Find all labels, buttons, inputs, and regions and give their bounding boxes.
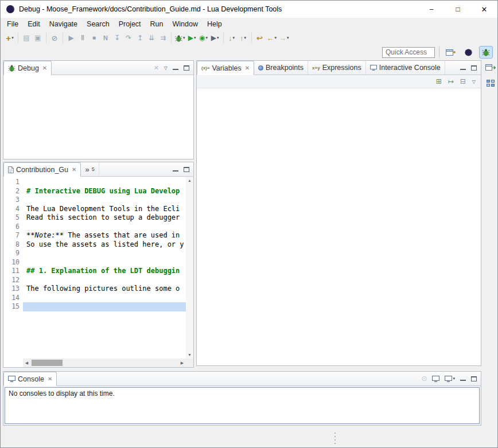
- open-perspective-icon[interactable]: [443, 46, 457, 59]
- minimize-view-icon[interactable]: [460, 376, 466, 381]
- step-into-icon[interactable]: ↧: [111, 32, 123, 44]
- menu-navigate[interactable]: Navigate: [45, 18, 82, 30]
- toolbar-separator: [171, 33, 172, 43]
- vertical-scrollbar[interactable]: ▲ ▼: [186, 177, 193, 359]
- run-icon[interactable]: ▶▾: [186, 32, 198, 44]
- window-maximize-button[interactable]: □: [445, 1, 471, 18]
- console-tabstrip: Console ✕ ⊙ ▾: [3, 372, 481, 386]
- minimized-view-bar: [483, 60, 498, 426]
- maximize-view-icon[interactable]: [184, 167, 189, 172]
- collapse-all-icon[interactable]: ⊟: [460, 77, 466, 85]
- scroll-left-icon[interactable]: ◀: [23, 361, 30, 365]
- line-number-ruler[interactable]: 1 2 3 4 5 6 7 8 9 10 11 12 13 14 15: [3, 177, 23, 359]
- close-icon[interactable]: ✕: [42, 65, 47, 71]
- pin-console-icon[interactable]: ⊙: [421, 375, 427, 383]
- minimized-outline-view-icon[interactable]: [487, 80, 495, 88]
- quick-access-input[interactable]: Quick Access: [382, 47, 435, 58]
- menu-project[interactable]: Project: [114, 18, 146, 30]
- view-menu-icon[interactable]: ▽: [472, 79, 476, 84]
- debug-view-panel: Debug ✕ ✕ ▽: [3, 60, 194, 159]
- show-type-names-icon[interactable]: ⊞: [436, 77, 442, 85]
- next-annotation-icon[interactable]: ↓▾: [226, 32, 238, 44]
- coverage-icon[interactable]: ◉▾: [198, 32, 209, 44]
- code-line: [23, 276, 186, 285]
- close-icon[interactable]: ✕: [48, 376, 52, 382]
- variables-tree-area: [197, 88, 481, 365]
- code-editor-area[interactable]: # Interactive DEBUG using Lua Develop Th…: [23, 177, 186, 359]
- external-tools-icon[interactable]: ▶▾: [209, 32, 221, 44]
- scroll-up-icon[interactable]: ▲: [188, 178, 192, 182]
- view-menu-icon[interactable]: ▽: [164, 65, 168, 71]
- step-return-icon[interactable]: ↥: [134, 32, 146, 44]
- toolbar-separator: [46, 33, 46, 43]
- scrollbar-track[interactable]: [30, 359, 178, 367]
- disconnect-icon[interactable]: N: [100, 32, 111, 44]
- window-controls: – □ ✕: [418, 1, 497, 18]
- menu-search[interactable]: Search: [82, 18, 114, 30]
- window-minimize-button[interactable]: –: [418, 1, 445, 18]
- code-line: [23, 249, 186, 258]
- previous-annotation-icon[interactable]: ↑▾: [238, 32, 249, 44]
- debug-tree-area: [3, 75, 193, 159]
- ldt-perspective-icon[interactable]: [461, 46, 475, 59]
- tab-label: Debug: [18, 64, 39, 72]
- menu-help[interactable]: Help: [203, 18, 227, 30]
- menu-window[interactable]: Window: [168, 18, 203, 30]
- minimize-view-icon[interactable]: [173, 65, 178, 70]
- tab-console[interactable]: Console ✕: [3, 372, 57, 386]
- code-line: [23, 258, 186, 267]
- use-step-filters-icon[interactable]: ⇉: [157, 32, 169, 44]
- perspective-toolbar: Quick Access: [1, 45, 497, 59]
- menu-run[interactable]: Run: [146, 18, 168, 30]
- bug-glyph: [175, 34, 182, 42]
- close-icon[interactable]: ✕: [72, 166, 76, 173]
- drop-to-frame-icon[interactable]: ⇊: [146, 32, 157, 44]
- editor-overflow-chevron[interactable]: »5: [81, 162, 99, 176]
- close-icon[interactable]: ✕: [245, 65, 250, 71]
- maximize-view-icon[interactable]: [471, 376, 477, 381]
- restore-view-icon[interactable]: [485, 64, 496, 73]
- save-all-icon[interactable]: ▣: [32, 32, 44, 44]
- forward-icon[interactable]: →▾: [278, 32, 290, 44]
- back-icon[interactable]: ←▾: [266, 32, 278, 44]
- tab-debug[interactable]: Debug ✕: [3, 61, 52, 75]
- tab-interactive-console[interactable]: Interactive Console: [366, 61, 445, 75]
- open-console-icon[interactable]: ▾: [445, 376, 455, 382]
- caret-line: [23, 302, 186, 311]
- code-line-heading: ## 1. Explanation of the LDT debuggin: [23, 267, 186, 276]
- menu-edit[interactable]: Edit: [23, 18, 45, 30]
- resume-icon[interactable]: ▶: [65, 32, 77, 44]
- step-over-icon[interactable]: ↷: [123, 32, 134, 44]
- maximize-view-icon[interactable]: [471, 65, 477, 71]
- tab-variables[interactable]: (x)= Variables ✕: [197, 61, 254, 75]
- minimize-view-icon[interactable]: [173, 167, 178, 172]
- minimize-view-icon[interactable]: [460, 65, 466, 70]
- scroll-right-icon[interactable]: ▶: [178, 361, 186, 365]
- scroll-down-icon[interactable]: ▼: [188, 353, 192, 357]
- show-logical-structures-icon[interactable]: ↦: [448, 77, 454, 85]
- debug-perspective-icon[interactable]: [479, 46, 493, 59]
- bottom-sash-handle[interactable]: [334, 431, 336, 445]
- tab-expressions[interactable]: x+y Expressions: [308, 61, 366, 75]
- maximize-view-icon[interactable]: [184, 65, 189, 71]
- terminate-icon[interactable]: ■: [88, 32, 100, 44]
- skip-all-breakpoints-icon[interactable]: ⊘: [49, 32, 60, 44]
- title-bar: Debug - Moose_Framework/docs/Contributio…: [1, 1, 497, 18]
- menu-file[interactable]: File: [2, 18, 23, 30]
- save-icon[interactable]: ▤: [21, 32, 32, 44]
- toolbar-separator: [63, 33, 63, 43]
- horizontal-scrollbar[interactable]: ◀ ▶: [23, 359, 186, 367]
- scrollbar-thumb[interactable]: [32, 360, 63, 366]
- code-line: So use the assets as listed here, or y: [23, 240, 186, 250]
- suspend-icon[interactable]: ‖: [77, 32, 88, 44]
- tab-contribution-guide[interactable]: Contribution_Gu ✕: [3, 162, 81, 177]
- code-line: The Lua Development Tools in the Ecli: [23, 205, 186, 214]
- display-selected-console-icon[interactable]: [432, 376, 439, 382]
- tab-label: Console: [18, 375, 44, 383]
- disconnect-icon[interactable]: ✕: [154, 64, 159, 72]
- window-close-button[interactable]: ✕: [471, 1, 497, 18]
- new-wizard-icon[interactable]: +▾: [4, 32, 15, 44]
- last-edit-location-icon[interactable]: ↩: [254, 32, 266, 44]
- tab-breakpoints[interactable]: Breakpoints: [254, 61, 308, 75]
- debug-icon[interactable]: ▾: [174, 32, 186, 44]
